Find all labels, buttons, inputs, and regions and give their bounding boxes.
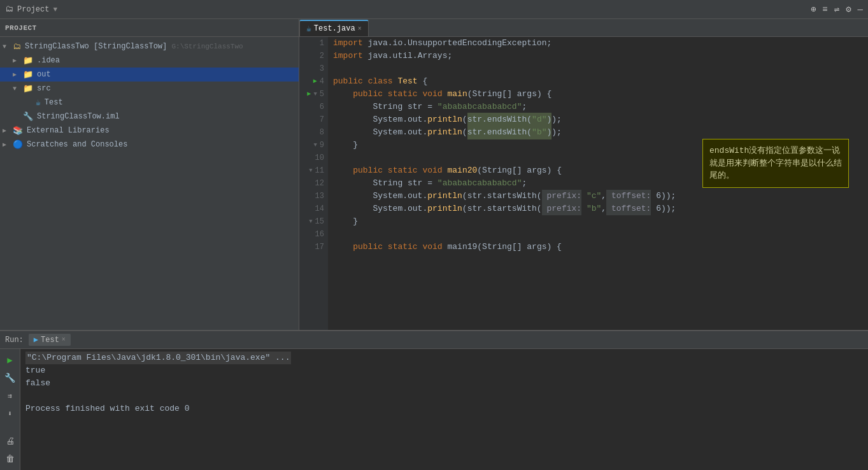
sidebar-title: Project: [5, 24, 37, 32]
run-stop-button[interactable]: ⬇: [3, 406, 17, 420]
line-num-5: ▶ ▼ 5: [303, 88, 324, 101]
line-num-15: ▼ 15: [303, 215, 324, 228]
run-tab[interactable]: ▶ Test ×: [29, 334, 71, 346]
line-num-14: 14: [303, 203, 324, 215]
tab-icon-java: ☕: [306, 24, 311, 34]
run-sidebar: ▶ 🔧 ⇉ ⬇ 🖨 🗑: [0, 349, 20, 470]
run-icon-5[interactable]: ▶: [307, 88, 311, 101]
run-play-button[interactable]: ▶: [3, 353, 17, 367]
code-line-15: }: [328, 215, 868, 228]
code-line-7: System.out.println(str.endsWith("d"));: [328, 113, 868, 126]
run-wrench-button[interactable]: 🔧: [3, 371, 17, 385]
line-num-13: 13: [303, 190, 324, 203]
code-line-13: System.out.println(str.startsWith( prefi…: [328, 190, 868, 203]
fold-icon-9[interactable]: ▼: [313, 139, 317, 152]
line-num-12: 12: [303, 177, 324, 190]
tab-close-button[interactable]: ×: [358, 25, 362, 32]
line-num-7: 7: [303, 113, 324, 126]
line-num-16: 16: [303, 228, 324, 241]
fold-icon-11[interactable]: ▼: [309, 164, 312, 177]
annotation-text: endsWith没有指定位置参数这一说就是用来判断整个字符串是以什么结尾的。: [709, 146, 842, 180]
folder-icon-idea: 📁: [23, 55, 33, 66]
run-label: Run:: [5, 336, 24, 345]
title-bar-dropdown-icon[interactable]: ▼: [53, 6, 57, 13]
label-extlib: External Libraries: [27, 126, 110, 135]
folder-icon-src: 📁: [23, 83, 33, 94]
line-num-10: 10: [303, 152, 324, 164]
code-line-6: String str = "abababcabababcd";: [328, 101, 868, 113]
main-area: Project ▼ 🗂 StringClassTwo [StringClassT…: [0, 19, 868, 330]
arrow-src: ▼: [13, 85, 20, 92]
output-cmd-text: "C:\Program Files\Java\jdk1.8.0_301\bin\…: [25, 352, 291, 364]
tab-test-java[interactable]: ☕ Test.java ×: [299, 20, 369, 36]
globe-icon[interactable]: ⊕: [811, 4, 816, 15]
folder-icon-root: 🗂: [13, 42, 21, 52]
output-true: true: [25, 364, 45, 377]
code-line-5: public static void main(String[] args) {: [328, 88, 868, 101]
tab-label: Test.java: [314, 24, 355, 33]
output-line-false: false: [25, 377, 863, 390]
line-num-4: ▶ 4: [303, 75, 324, 88]
title-bar: 🗂 Project ▼ ⊕ ≡ ⇌ ⚙ —: [0, 0, 868, 19]
run-delete-button[interactable]: 🗑: [3, 452, 17, 466]
list-icon[interactable]: ≡: [822, 4, 827, 15]
folder-icon-out: 📁: [23, 69, 33, 80]
title-bar-project-label[interactable]: Project: [17, 5, 49, 14]
run-icon-4[interactable]: ▶: [313, 75, 317, 88]
project-icon: 🗂: [5, 4, 13, 14]
arrow-root: ▼: [3, 43, 10, 50]
editor-tabs: ☕ Test.java ×: [299, 19, 868, 37]
output-line-cmd: "C:\Program Files\Java\jdk1.8.0_301\bin\…: [25, 352, 863, 364]
java-icon-test: ☕: [36, 97, 41, 108]
run-trash-button[interactable]: 🖨: [3, 434, 17, 448]
run-output: "C:\Program Files\Java\jdk1.8.0_301\bin\…: [20, 349, 868, 470]
sidebar-item-src[interactable]: ▼ 📁 src: [0, 82, 299, 96]
output-line-true: true: [25, 364, 863, 377]
code-line-17: public static void main19(String[] args)…: [328, 241, 868, 253]
editor-area: ☕ Test.java × 1 2 3 ▶ 4 ▶ ▼ 5: [299, 19, 868, 330]
sidebar-item-idea[interactable]: ▶ 📁 .idea: [0, 53, 299, 68]
code-line-4: public class Test {: [328, 75, 868, 88]
sync-icon[interactable]: ⇌: [834, 4, 839, 15]
run-icon-tab: ▶: [34, 335, 38, 345]
sidebar-item-root[interactable]: ▼ 🗂 StringClassTwo [StringClassTow] G:\S…: [0, 39, 299, 53]
label-test: Test: [45, 98, 63, 107]
label-out: out: [37, 70, 51, 79]
line-num-17: 17: [303, 241, 324, 253]
sidebar-item-test[interactable]: ▶ ☕ Test: [0, 96, 299, 110]
arrow-scratch: ▶: [3, 141, 10, 148]
label-src: src: [37, 84, 51, 93]
line-numbers: 1 2 3 ▶ 4 ▶ ▼ 5 6 7 8 ▼ 9 10: [299, 37, 328, 330]
arrow-idea: ▶: [13, 57, 20, 64]
label-idea: .idea: [37, 56, 60, 65]
line-num-6: 6: [303, 101, 324, 113]
sidebar-item-scratch[interactable]: ▶ 🔵 Scratches and Consoles: [0, 138, 299, 152]
sidebar-item-out[interactable]: ▶ 📁 out: [0, 68, 299, 82]
fold-icon-15[interactable]: ▼: [309, 215, 312, 228]
code-line-14: System.out.println(str.startsWith( prefi…: [328, 203, 868, 215]
run-tab-close[interactable]: ×: [62, 336, 66, 343]
iml-icon: 🔧: [23, 111, 33, 122]
label-scratch: Scratches and Consoles: [27, 140, 127, 149]
output-line-exit: Process finished with exit code 0: [25, 402, 863, 415]
code-line-3: [328, 62, 868, 75]
line-num-3: 3: [303, 62, 324, 75]
output-line-empty: [25, 390, 863, 402]
code-editor: 1 2 3 ▶ 4 ▶ ▼ 5 6 7 8 ▼ 9 10: [299, 37, 868, 330]
run-rerun-button[interactable]: ⇉: [3, 388, 17, 402]
sidebar-tree: ▼ 🗂 StringClassTwo [StringClassTow] G:\S…: [0, 37, 299, 330]
scratch-icon: 🔵: [13, 139, 23, 150]
minimize-icon[interactable]: —: [858, 4, 863, 15]
run-panel-body: ▶ 🔧 ⇉ ⬇ 🖨 🗑 "C:\Program Files\Java\jdk1.…: [0, 349, 868, 470]
label-iml: StringClassTow.iml: [37, 112, 120, 121]
line-num-2: 2: [303, 50, 324, 62]
fold-icon-5[interactable]: ▼: [313, 88, 317, 101]
line-num-11: ▼ 11: [303, 164, 324, 177]
sidebar-item-iml[interactable]: ▶ 🔧 StringClassTow.iml: [0, 110, 299, 124]
sidebar-item-extlib[interactable]: ▶ 📚 External Libraries: [0, 124, 299, 138]
settings-icon[interactable]: ⚙: [846, 4, 851, 15]
annotation-box: endsWith没有指定位置参数这一说就是用来判断整个字符串是以什么结尾的。: [702, 139, 849, 188]
output-exit-text: Process finished with exit code 0: [25, 402, 189, 415]
code-line-16: [328, 228, 868, 241]
bottom-panel: Run: ▶ Test × ▶ 🔧 ⇉ ⬇ 🖨 🗑 "C:\Program Fi…: [0, 330, 868, 470]
